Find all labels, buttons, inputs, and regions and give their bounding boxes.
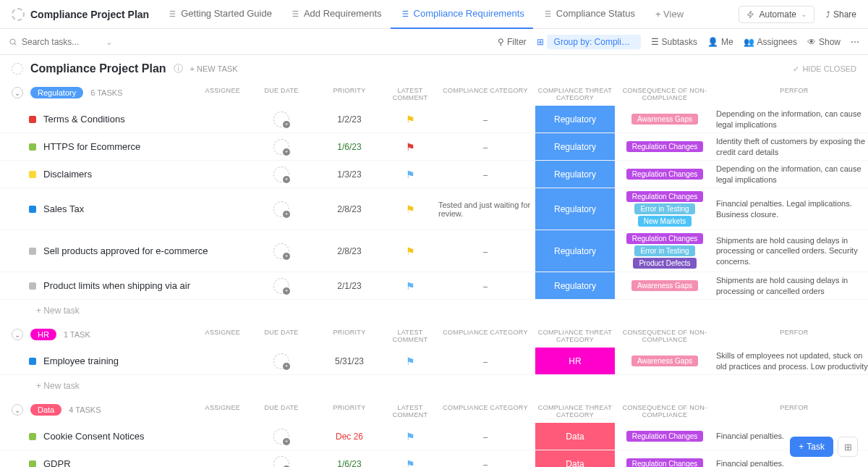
task-row[interactable]: HTTPS for Ecommerce 1/6/23 ⚑ – Regulator…	[0, 133, 868, 161]
task-row[interactable]: Terms & Conditions 1/2/23 ⚑ – Regulatory…	[0, 106, 868, 133]
column-header[interactable]: PERFOR	[715, 404, 868, 418]
category-cell[interactable]: Regulatory	[535, 188, 615, 230]
assignee-cell[interactable]	[249, 429, 314, 445]
collapse-all-icon[interactable]	[12, 63, 23, 75]
assignee-cell[interactable]	[249, 353, 314, 369]
column-header[interactable]: COMPLIANCE CATEGORY	[438, 87, 532, 101]
column-header[interactable]: DUE DATE	[249, 404, 314, 418]
due-date[interactable]: 1/3/23	[317, 169, 382, 180]
priority-cell[interactable]: ⚑	[385, 245, 435, 257]
due-date[interactable]: 1/6/23	[317, 142, 382, 152]
task-row[interactable]: Product limits when shipping via air 2/1…	[0, 272, 868, 300]
due-date[interactable]: 2/8/23	[317, 246, 382, 256]
task-name[interactable]: Cookie Consent Notices	[43, 431, 144, 442]
column-header[interactable]: COMPLIANCE THREAT CATEGORY	[535, 404, 615, 418]
due-date[interactable]: 1/6/23	[317, 459, 382, 468]
assignees-button[interactable]: 👥 Assignees	[744, 37, 797, 47]
threat-pill[interactable]: Regulation Changes	[626, 169, 704, 180]
column-header[interactable]: PRIORITY	[317, 329, 382, 343]
status-square[interactable]	[29, 143, 36, 151]
automate-button[interactable]: Automate ⌄	[739, 6, 814, 23]
priority-cell[interactable]: ⚑	[385, 458, 435, 468]
status-square[interactable]	[29, 116, 36, 123]
priority-cell[interactable]: ⚑	[385, 355, 435, 367]
column-header[interactable]: COMPLIANCE THREAT CATEGORY	[535, 329, 615, 343]
priority-cell[interactable]: ⚑	[385, 169, 435, 180]
show-button[interactable]: 👁 Show	[807, 37, 841, 47]
tab-compliance-status[interactable]: Compliance Status	[533, 0, 644, 29]
threat-pill[interactable]: Awareness Gaps	[631, 355, 698, 366]
assignee-placeholder[interactable]	[273, 201, 289, 217]
task-name[interactable]: HTTPS for Ecommerce	[43, 141, 140, 152]
collapse-button[interactable]: ⌄	[12, 404, 23, 416]
new-task-button[interactable]: + NEW TASK	[190, 64, 238, 73]
category-cell[interactable]: Regulatory	[535, 161, 615, 188]
category-cell[interactable]: HR	[535, 348, 615, 374]
threat-pill[interactable]: Regulation Changes	[626, 141, 704, 152]
column-header[interactable]: PRIORITY	[317, 404, 382, 418]
assignee-placeholder[interactable]	[273, 167, 289, 182]
task-row[interactable]: GDPR 1/6/23 ⚑ – Data Regulation Changes …	[0, 450, 868, 467]
due-date[interactable]: Dec 26	[317, 432, 382, 442]
assignee-cell[interactable]	[249, 456, 314, 468]
more-button[interactable]: ⋯	[851, 37, 859, 47]
assignee-placeholder[interactable]	[273, 112, 289, 127]
priority-cell[interactable]: ⚑	[385, 114, 435, 125]
due-date[interactable]: 2/1/23	[317, 281, 382, 291]
assignee-placeholder[interactable]	[273, 353, 289, 369]
column-header[interactable]: PERFOR	[715, 87, 868, 101]
assignee-cell[interactable]	[249, 139, 314, 155]
assignee-cell[interactable]	[249, 167, 314, 182]
column-header[interactable]: COMPLIANCE CATEGORY	[438, 329, 532, 343]
column-header[interactable]: CONSEQUENCE OF NON-COMPLIANCE	[618, 404, 712, 418]
task-row[interactable]: Sales Tax 2/8/23 ⚑ Tested and just waiti…	[0, 188, 868, 230]
threat-pill[interactable]: New Markets	[638, 216, 692, 227]
fab-task-button[interactable]: + Task	[790, 437, 833, 457]
assignee-placeholder[interactable]	[273, 278, 289, 294]
collapse-button[interactable]: ⌄	[12, 329, 23, 340]
collapse-button[interactable]: ⌄	[12, 87, 23, 98]
threat-pill[interactable]: Regulation Changes	[626, 431, 704, 442]
column-header[interactable]: DUE DATE	[249, 329, 314, 343]
column-header[interactable]: PERFOR	[715, 329, 868, 343]
tab-getting-started-guide[interactable]: Getting Started Guide	[158, 0, 281, 29]
status-square[interactable]	[29, 433, 36, 440]
threat-pill[interactable]: Product Defects	[633, 258, 696, 269]
category-cell[interactable]: Regulatory	[535, 272, 615, 299]
column-header[interactable]: LATEST COMMENT	[385, 329, 435, 343]
tab-add-requirements[interactable]: Add Requirements	[281, 0, 391, 29]
priority-cell[interactable]: ⚑	[385, 431, 435, 442]
assignee-placeholder[interactable]	[273, 456, 289, 468]
assignee-cell[interactable]	[249, 112, 314, 127]
column-header[interactable]: ASSIGNEE	[29, 329, 246, 343]
threat-pill[interactable]: Regulation Changes	[626, 458, 704, 467]
priority-cell[interactable]: ⚑	[385, 280, 435, 292]
task-name[interactable]: Disclaimers	[43, 169, 92, 180]
assignee-cell[interactable]	[249, 278, 314, 294]
threat-pill[interactable]: Error in Testing	[634, 203, 694, 214]
assignee-cell[interactable]	[249, 201, 314, 217]
status-square[interactable]	[29, 460, 36, 468]
fab-apps-button[interactable]: ⊞	[838, 437, 858, 457]
task-row[interactable]: Cookie Consent Notices Dec 26 ⚑ – Data R…	[0, 423, 868, 450]
filter-button[interactable]: ⚲ Filter	[498, 37, 527, 47]
task-name[interactable]: Product limits when shipping via air	[43, 280, 190, 291]
task-row[interactable]: Employee training 5/31/23 ⚑ – HR Awarene…	[0, 348, 868, 375]
info-icon[interactable]: ⓘ	[174, 62, 183, 75]
search-box[interactable]: ⌄	[9, 37, 124, 47]
assignee-placeholder[interactable]	[273, 139, 289, 155]
column-header[interactable]: LATEST COMMENT	[385, 87, 435, 101]
category-cell[interactable]: Data	[535, 423, 615, 450]
search-input[interactable]	[22, 37, 101, 47]
group-by-button[interactable]: ⊞ Group by: Compliance Cate...	[537, 35, 641, 49]
task-name[interactable]: GDPR	[43, 458, 71, 467]
status-square[interactable]	[29, 282, 36, 290]
category-cell[interactable]: Regulatory	[535, 230, 615, 272]
task-row[interactable]: Sell products approved for e-commerce 2/…	[0, 230, 868, 272]
column-header[interactable]: ASSIGNEE	[29, 87, 246, 101]
threat-pill[interactable]: Regulation Changes	[626, 233, 704, 244]
assignee-placeholder[interactable]	[273, 243, 289, 259]
task-name[interactable]: Employee training	[43, 355, 119, 366]
new-task-row[interactable]: + New task	[0, 300, 868, 324]
new-task-row[interactable]: + New task	[0, 375, 868, 400]
